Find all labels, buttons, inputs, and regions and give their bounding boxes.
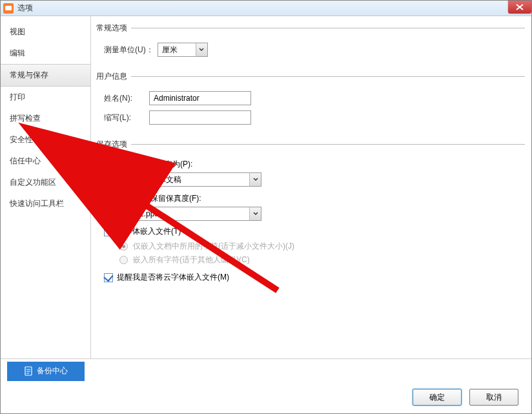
document-icon: [24, 366, 33, 377]
section-user: 用户信息 姓名(N): Administrator 缩写(L):: [97, 71, 525, 130]
sidebar-item-label: 安全性: [10, 135, 33, 144]
window-title: 选项: [17, 3, 33, 14]
sidebar-item-label: 打印: [10, 92, 25, 101]
sidebar-item-quick-access[interactable]: 快速访问工具栏: [1, 193, 90, 214]
section-legend: 保存选项: [96, 139, 131, 150]
unit-select[interactable]: 厘米: [158, 43, 208, 57]
sidebar-item-print[interactable]: 打印: [1, 87, 90, 108]
name-label: 姓名(N):: [104, 93, 145, 104]
sidebar-item-security[interactable]: 安全性: [1, 129, 90, 150]
ok-button[interactable]: 确定: [413, 389, 462, 406]
app-icon: [3, 3, 14, 14]
backup-center-button[interactable]: 备份中心: [7, 362, 85, 381]
dialog-body: 视图 编辑 常规与保存 打印 拼写检查 安全性 信任中心 自定义功能区 快速访问…: [1, 16, 531, 358]
sidebar-item-label: 信任中心: [10, 156, 41, 165]
unit-value: 厘米: [162, 45, 178, 56]
ok-label: 确定: [429, 392, 445, 403]
sidebar-item-label: 常规与保存: [10, 70, 48, 79]
sidebar-item-general-save[interactable]: 常规与保存: [1, 64, 90, 87]
sidebar-item-label: 编辑: [10, 48, 25, 57]
abbrev-label: 缩写(L):: [104, 112, 145, 123]
save-as-value: PowerPoint 演示文稿: [108, 174, 181, 185]
close-icon: [516, 4, 524, 10]
share-doc-value: 演示文稿1.pptx: [108, 209, 161, 220]
embed-fonts-checkbox[interactable]: [104, 227, 113, 236]
sidebar-item-view[interactable]: 视图: [1, 21, 90, 43]
radio-all-chars-label: 嵌入所有字符(适于其他人编辑)(C): [133, 254, 250, 265]
sidebar-item-spelling[interactable]: 拼写检查: [1, 108, 90, 129]
sidebar-item-trust-center[interactable]: 信任中心: [1, 150, 90, 172]
chevron-down-icon: [249, 207, 261, 220]
section-legend: 常规选项: [96, 23, 131, 34]
radio-all-chars[interactable]: [119, 256, 128, 264]
close-button[interactable]: [508, 1, 531, 14]
options-dialog: 选项 视图 编辑 常规与保存 打印 拼写检查 安全性 信任中心 自定义功能区 快…: [0, 0, 532, 414]
save-as-select[interactable]: PowerPoint 演示文稿: [104, 172, 261, 187]
button-bar: 确定 取消: [1, 383, 531, 411]
sidebar-item-label: 视图: [10, 27, 25, 36]
abbrev-input[interactable]: [149, 110, 251, 125]
backup-center-label: 备份中心: [37, 366, 68, 377]
cancel-label: 取消: [486, 392, 502, 403]
remind-cloud-label: 提醒我是否将云字体嵌入文件(M): [117, 272, 229, 283]
section-general: 常规选项 测量单位(U)： 厘米: [97, 23, 525, 62]
name-input[interactable]: Administrator: [149, 91, 251, 105]
sidebar: 视图 编辑 常规与保存 打印 拼写检查 安全性 信任中心 自定义功能区 快速访问…: [1, 16, 91, 358]
sidebar-item-label: 自定义功能区: [10, 178, 56, 187]
cancel-button[interactable]: 取消: [469, 389, 518, 406]
footer-bar: 备份中心: [1, 358, 531, 383]
save-as-label: 将 WPS演示 文件存为(P):: [104, 159, 192, 170]
chevron-down-icon: [196, 43, 207, 56]
chevron-down-icon: [249, 173, 261, 186]
sidebar-item-label: 拼写检查: [10, 114, 41, 123]
content-pane: 常规选项 测量单位(U)： 厘米 用户信息 姓名(N): Administrat…: [91, 16, 531, 358]
sidebar-item-label: 快速访问工具栏: [10, 199, 64, 208]
section-legend: 用户信息: [96, 71, 131, 82]
titlebar: 选项: [1, 1, 531, 16]
sidebar-item-edit[interactable]: 编辑: [1, 43, 90, 64]
unit-label: 测量单位(U)：: [104, 45, 154, 56]
share-doc-select[interactable]: 演示文稿1.pptx: [104, 207, 261, 221]
section-save: 保存选项 将 WPS演示 文件存为(P): PowerPoint 演示文稿 共享…: [97, 139, 525, 287]
radio-used-chars[interactable]: [119, 242, 128, 251]
remind-cloud-checkbox[interactable]: [104, 273, 113, 282]
radio-used-chars-label: 仅嵌入文档中所用的字符(适于减小文件大小)(J): [133, 241, 294, 252]
share-label: 共享该文档时保留保真度(F):: [104, 193, 201, 204]
embed-fonts-label: 将字体嵌入文件(T): [117, 226, 181, 237]
name-value: Administrator: [154, 94, 200, 103]
sidebar-item-customize-ribbon[interactable]: 自定义功能区: [1, 172, 90, 193]
